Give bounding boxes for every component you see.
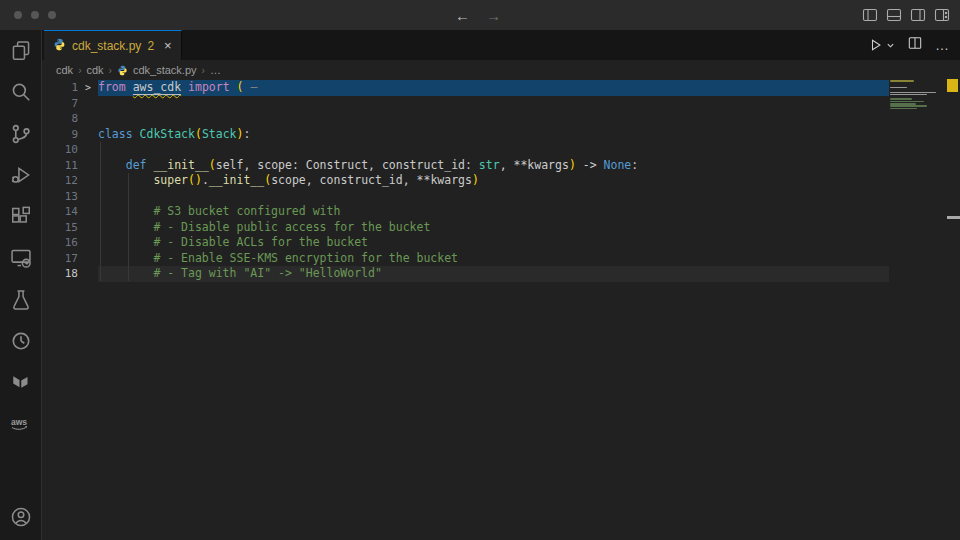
run-and-debug-icon[interactable] xyxy=(0,155,42,197)
run-python-file-button[interactable] xyxy=(869,38,895,52)
clock-icon[interactable] xyxy=(0,321,42,363)
window-controls[interactable] xyxy=(14,11,56,19)
code-text[interactable] xyxy=(98,189,889,205)
line-number[interactable]: 11 xyxy=(42,158,78,174)
breadcrumb-item[interactable]: … xyxy=(210,64,221,76)
vscode-window: ← → xyxy=(0,0,960,540)
remote-explorer-icon[interactable] xyxy=(0,238,42,280)
tab-cdk-stack-py[interactable]: cdk_stack.py 2 × xyxy=(44,30,182,60)
minimap-line xyxy=(890,108,917,110)
overview-ruler xyxy=(946,80,960,540)
minimap-line xyxy=(890,98,912,100)
window-zoom-button[interactable] xyxy=(48,11,56,19)
fold-chevron-icon[interactable]: > xyxy=(78,80,98,96)
svg-text:aws: aws xyxy=(11,417,27,427)
minimap-line xyxy=(890,94,927,96)
cursor-position-marker xyxy=(947,216,960,219)
customize-layout-icon[interactable] xyxy=(934,7,950,23)
breadcrumb-item[interactable]: cdk_stack.py xyxy=(133,64,197,76)
toggle-secondary-sidebar-icon[interactable] xyxy=(910,7,926,23)
fold-gutter xyxy=(78,204,98,220)
line-number[interactable]: 14 xyxy=(42,204,78,220)
code-text[interactable]: # - Disable public access for the bucket xyxy=(98,220,889,236)
line-number[interactable]: 18 xyxy=(42,266,78,282)
code-line[interactable]: 7 xyxy=(42,96,960,112)
account-icon[interactable] xyxy=(0,497,42,539)
minimap-line xyxy=(890,80,914,82)
navigate-forward-icon[interactable]: → xyxy=(486,7,501,24)
fold-gutter xyxy=(78,266,98,282)
window-close-button[interactable] xyxy=(14,11,22,19)
python-file-icon xyxy=(117,65,128,76)
line-number[interactable]: 12 xyxy=(42,173,78,189)
line-number[interactable]: 1 xyxy=(42,80,78,96)
fold-gutter xyxy=(78,173,98,189)
line-number[interactable]: 17 xyxy=(42,251,78,267)
code-line[interactable]: 8 xyxy=(42,111,960,127)
code-line[interactable]: 9class CdkStack(Stack): xyxy=(42,127,960,143)
toggle-primary-sidebar-icon[interactable] xyxy=(862,7,878,23)
line-number[interactable]: 8 xyxy=(42,111,78,127)
breadcrumb-item[interactable]: cdk xyxy=(86,64,103,76)
code-text[interactable]: # S3 bucket configured with xyxy=(98,204,889,220)
activity-bar: aws xyxy=(0,30,42,540)
minimap[interactable] xyxy=(889,80,946,280)
code-editor[interactable]: 1>from aws_cdk import ( —789class CdkSta… xyxy=(42,80,960,540)
line-number[interactable]: 9 xyxy=(42,127,78,143)
code-text[interactable]: # - Tag with "AI" -> "HelloWorld" xyxy=(98,266,889,282)
code-text[interactable]: from aws_cdk import ( — xyxy=(98,80,889,96)
code-line[interactable]: 13 xyxy=(42,189,960,205)
tab-bar: cdk_stack.py 2 × xyxy=(42,30,960,60)
source-control-icon[interactable] xyxy=(0,113,42,155)
code-line[interactable]: 18 # - Tag with "AI" -> "HelloWorld" xyxy=(42,266,960,282)
tab-close-icon[interactable]: × xyxy=(164,38,172,53)
code-text[interactable]: # - Disable ACLs for the bucket xyxy=(98,235,889,251)
code-line[interactable]: 16 # - Disable ACLs for the bucket xyxy=(42,235,960,251)
extensions-icon[interactable] xyxy=(0,196,42,238)
code-text[interactable]: super().__init__(scope, construct_id, **… xyxy=(98,173,889,189)
window-minimize-button[interactable] xyxy=(31,11,39,19)
breadcrumb-separator-icon: › xyxy=(202,65,205,76)
fold-gutter xyxy=(78,111,98,127)
code-line[interactable]: 11 def __init__(self, scope: Construct, … xyxy=(42,158,960,174)
editor-actions: … xyxy=(869,30,950,60)
toggle-panel-icon[interactable] xyxy=(886,7,902,23)
code-text[interactable]: def __init__(self, scope: Construct, con… xyxy=(98,158,889,174)
code-line[interactable]: 17 # - Enable SSE-KMS encryption for the… xyxy=(42,251,960,267)
breadcrumb-item[interactable]: cdk xyxy=(56,64,73,76)
fold-gutter xyxy=(78,235,98,251)
split-editor-icon[interactable] xyxy=(908,36,922,54)
title-bar: ← → xyxy=(0,0,960,30)
code-line[interactable]: 14 # S3 bucket configured with xyxy=(42,204,960,220)
code-line[interactable]: 10 xyxy=(42,142,960,158)
explorer-icon[interactable] xyxy=(0,30,42,72)
line-number[interactable]: 13 xyxy=(42,189,78,205)
breadcrumb: cdk › cdk › cdk_stack.py › … xyxy=(42,60,960,80)
line-number[interactable]: 16 xyxy=(42,235,78,251)
code-text[interactable] xyxy=(98,111,889,127)
code-text[interactable]: class CdkStack(Stack): xyxy=(98,127,889,143)
indent-guide xyxy=(100,142,101,281)
terraform-icon[interactable] xyxy=(0,362,42,404)
code-text[interactable]: # - Enable SSE-KMS encryption for the bu… xyxy=(98,251,889,267)
indent-guide xyxy=(128,173,129,281)
breadcrumb-separator-icon: › xyxy=(78,65,81,76)
code-lines: 1>from aws_cdk import ( —789class CdkSta… xyxy=(42,80,960,282)
code-line[interactable]: 12 super().__init__(scope, construct_id,… xyxy=(42,173,960,189)
aws-icon[interactable]: aws xyxy=(0,404,42,446)
code-line[interactable]: 15 # - Disable public access for the buc… xyxy=(42,220,960,236)
search-icon[interactable] xyxy=(0,72,42,114)
fold-gutter xyxy=(78,251,98,267)
line-number[interactable]: 15 xyxy=(42,220,78,236)
line-number[interactable]: 10 xyxy=(42,142,78,158)
warning-marker xyxy=(947,79,958,92)
fold-gutter xyxy=(78,96,98,112)
code-text[interactable] xyxy=(98,96,889,112)
testing-beaker-icon[interactable] xyxy=(0,279,42,321)
minimap-line xyxy=(890,92,936,94)
code-line[interactable]: 1>from aws_cdk import ( — xyxy=(42,80,960,96)
line-number[interactable]: 7 xyxy=(42,96,78,112)
code-text[interactable] xyxy=(98,142,889,158)
more-actions-icon[interactable]: … xyxy=(935,40,950,50)
navigate-back-icon[interactable]: ← xyxy=(455,7,470,24)
